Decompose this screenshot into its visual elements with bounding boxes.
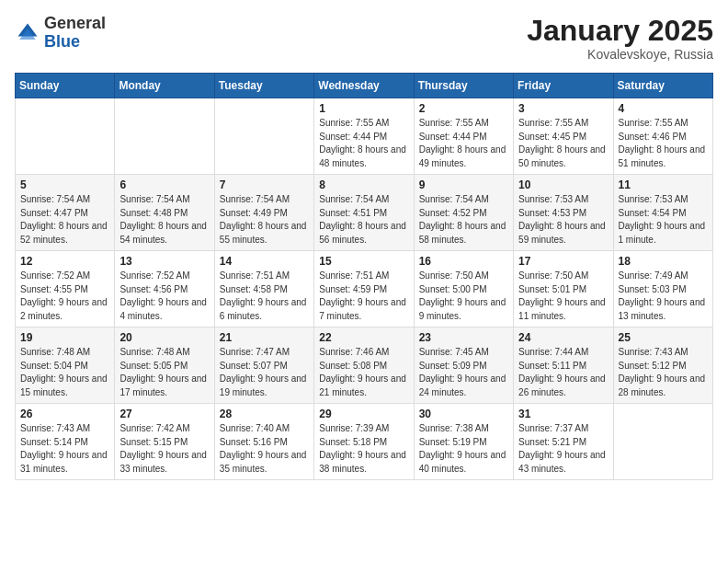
logo-icon [15, 20, 40, 46]
day-number: 16 [419, 255, 508, 268]
day-number: 13 [119, 255, 209, 268]
day-info: Sunrise: 7:53 AMSunset: 4:53 PMDaylight:… [518, 193, 608, 247]
day-cell: 16Sunrise: 7:50 AMSunset: 5:00 PMDayligh… [414, 251, 513, 327]
day-number: 27 [119, 408, 209, 420]
day-info: Sunrise: 7:54 AMSunset: 4:49 PMDaylight:… [220, 193, 309, 247]
day-cell [214, 98, 313, 175]
day-info: Sunrise: 7:51 AMSunset: 4:59 PMDaylight:… [319, 270, 408, 323]
day-number: 8 [319, 178, 408, 191]
day-cell: 24Sunrise: 7:44 AMSunset: 5:11 PMDayligh… [514, 327, 613, 404]
day-info: Sunrise: 7:45 AMSunset: 5:09 PMDaylight:… [419, 346, 508, 399]
day-number: 26 [20, 408, 109, 420]
day-info: Sunrise: 7:54 AMSunset: 4:52 PMDaylight:… [419, 193, 508, 247]
day-number: 14 [220, 255, 309, 268]
day-cell: 17Sunrise: 7:50 AMSunset: 5:01 PMDayligh… [514, 251, 613, 327]
location: Kovalevskoye, Russia [527, 47, 713, 62]
day-number: 10 [518, 178, 608, 191]
day-cell: 4Sunrise: 7:55 AMSunset: 4:46 PMDaylight… [613, 98, 712, 175]
day-number: 23 [419, 331, 508, 344]
day-info: Sunrise: 7:46 AMSunset: 5:08 PMDaylight:… [319, 346, 408, 399]
day-cell: 25Sunrise: 7:43 AMSunset: 5:12 PMDayligh… [613, 327, 712, 404]
day-cell: 5Sunrise: 7:54 AMSunset: 4:47 PMDaylight… [16, 175, 115, 251]
day-info: Sunrise: 7:48 AMSunset: 5:04 PMDaylight:… [20, 346, 109, 399]
day-number: 11 [619, 178, 708, 191]
day-cell [613, 404, 712, 480]
weekday-friday: Friday [514, 74, 613, 98]
day-info: Sunrise: 7:43 AMSunset: 5:12 PMDaylight:… [619, 346, 708, 399]
day-info: Sunrise: 7:51 AMSunset: 4:58 PMDaylight:… [220, 270, 309, 323]
day-number: 3 [518, 102, 608, 115]
day-cell: 28Sunrise: 7:40 AMSunset: 5:16 PMDayligh… [214, 404, 313, 480]
day-info: Sunrise: 7:37 AMSunset: 5:21 PMDaylight:… [518, 422, 608, 476]
day-cell: 11Sunrise: 7:53 AMSunset: 4:54 PMDayligh… [613, 175, 712, 251]
day-cell: 26Sunrise: 7:43 AMSunset: 5:14 PMDayligh… [16, 404, 115, 480]
day-number: 7 [220, 178, 309, 191]
logo-blue: Blue [44, 32, 80, 51]
day-number: 18 [619, 255, 708, 268]
day-number: 1 [319, 102, 408, 115]
day-number: 4 [619, 102, 708, 115]
day-cell: 20Sunrise: 7:48 AMSunset: 5:05 PMDayligh… [115, 327, 214, 404]
day-info: Sunrise: 7:40 AMSunset: 5:16 PMDaylight:… [220, 422, 309, 476]
day-cell: 29Sunrise: 7:39 AMSunset: 5:18 PMDayligh… [314, 404, 414, 480]
day-number: 12 [20, 255, 109, 268]
day-number: 19 [20, 331, 109, 344]
day-number: 17 [518, 255, 608, 268]
day-number: 28 [220, 408, 309, 420]
day-info: Sunrise: 7:48 AMSunset: 5:05 PMDaylight:… [119, 346, 209, 399]
week-row-5: 26Sunrise: 7:43 AMSunset: 5:14 PMDayligh… [16, 404, 713, 480]
week-row-1: 1Sunrise: 7:55 AMSunset: 4:44 PMDaylight… [16, 98, 713, 175]
day-cell: 10Sunrise: 7:53 AMSunset: 4:53 PMDayligh… [514, 175, 613, 251]
header: General Blue January 2025 Kovalevskoye, … [15, 15, 713, 62]
day-info: Sunrise: 7:55 AMSunset: 4:44 PMDaylight:… [319, 117, 408, 170]
week-row-4: 19Sunrise: 7:48 AMSunset: 5:04 PMDayligh… [16, 327, 713, 404]
weekday-tuesday: Tuesday [214, 74, 313, 98]
weekday-saturday: Saturday [613, 74, 712, 98]
day-info: Sunrise: 7:52 AMSunset: 4:56 PMDaylight:… [119, 270, 209, 323]
day-cell: 27Sunrise: 7:42 AMSunset: 5:15 PMDayligh… [115, 404, 214, 480]
day-cell: 9Sunrise: 7:54 AMSunset: 4:52 PMDaylight… [414, 175, 513, 251]
day-info: Sunrise: 7:54 AMSunset: 4:47 PMDaylight:… [20, 193, 109, 247]
day-info: Sunrise: 7:54 AMSunset: 4:48 PMDaylight:… [119, 193, 209, 247]
day-cell: 15Sunrise: 7:51 AMSunset: 4:59 PMDayligh… [314, 251, 414, 327]
day-number: 5 [20, 178, 109, 191]
day-info: Sunrise: 7:50 AMSunset: 5:01 PMDaylight:… [518, 270, 608, 323]
weekday-sunday: Sunday [16, 74, 115, 98]
day-info: Sunrise: 7:49 AMSunset: 5:03 PMDaylight:… [619, 270, 708, 323]
day-number: 9 [419, 178, 508, 191]
day-info: Sunrise: 7:43 AMSunset: 5:14 PMDaylight:… [20, 422, 109, 476]
day-info: Sunrise: 7:55 AMSunset: 4:44 PMDaylight:… [419, 117, 508, 170]
day-info: Sunrise: 7:47 AMSunset: 5:07 PMDaylight:… [220, 346, 309, 399]
day-cell: 30Sunrise: 7:38 AMSunset: 5:19 PMDayligh… [414, 404, 513, 480]
day-number: 21 [220, 331, 309, 344]
day-info: Sunrise: 7:44 AMSunset: 5:11 PMDaylight:… [518, 346, 608, 399]
weekday-monday: Monday [115, 74, 214, 98]
logo-general: General [44, 14, 106, 32]
day-number: 29 [319, 408, 408, 420]
day-info: Sunrise: 7:53 AMSunset: 4:54 PMDaylight:… [619, 193, 708, 247]
weekday-thursday: Thursday [414, 74, 513, 98]
day-number: 22 [319, 331, 408, 344]
day-number: 31 [518, 408, 608, 420]
day-cell: 13Sunrise: 7:52 AMSunset: 4:56 PMDayligh… [115, 251, 214, 327]
day-info: Sunrise: 7:42 AMSunset: 5:15 PMDaylight:… [119, 422, 209, 476]
day-number: 20 [119, 331, 209, 344]
day-cell: 2Sunrise: 7:55 AMSunset: 4:44 PMDaylight… [414, 98, 513, 175]
week-row-2: 5Sunrise: 7:54 AMSunset: 4:47 PMDaylight… [16, 175, 713, 251]
day-cell: 14Sunrise: 7:51 AMSunset: 4:58 PMDayligh… [214, 251, 313, 327]
day-cell: 12Sunrise: 7:52 AMSunset: 4:55 PMDayligh… [16, 251, 115, 327]
day-cell: 22Sunrise: 7:46 AMSunset: 5:08 PMDayligh… [314, 327, 414, 404]
logo-text: General Blue [44, 15, 106, 52]
day-info: Sunrise: 7:52 AMSunset: 4:55 PMDaylight:… [20, 270, 109, 323]
day-info: Sunrise: 7:55 AMSunset: 4:45 PMDaylight:… [518, 117, 608, 170]
day-number: 30 [419, 408, 508, 420]
calendar-table: SundayMondayTuesdayWednesdayThursdayFrid… [15, 73, 713, 480]
day-cell: 1Sunrise: 7:55 AMSunset: 4:44 PMDaylight… [314, 98, 414, 175]
day-cell: 18Sunrise: 7:49 AMSunset: 5:03 PMDayligh… [613, 251, 712, 327]
day-cell: 21Sunrise: 7:47 AMSunset: 5:07 PMDayligh… [214, 327, 313, 404]
day-number: 6 [119, 178, 209, 191]
day-cell: 31Sunrise: 7:37 AMSunset: 5:21 PMDayligh… [514, 404, 613, 480]
day-info: Sunrise: 7:38 AMSunset: 5:19 PMDaylight:… [419, 422, 508, 476]
day-cell: 8Sunrise: 7:54 AMSunset: 4:51 PMDaylight… [314, 175, 414, 251]
day-info: Sunrise: 7:54 AMSunset: 4:51 PMDaylight:… [319, 193, 408, 247]
